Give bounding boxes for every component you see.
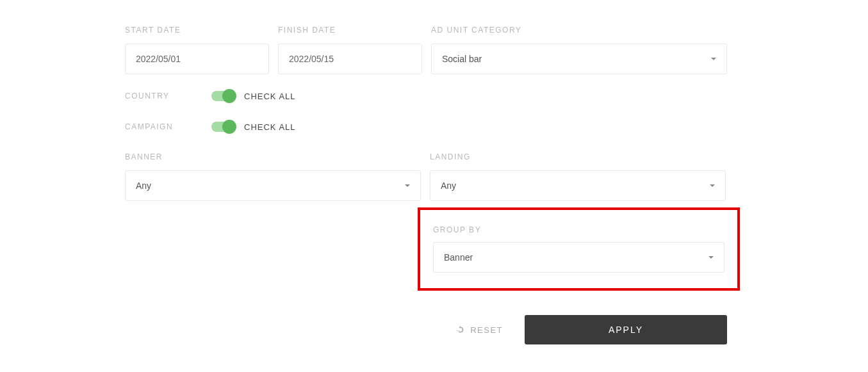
group-by-highlight: GROUP BY Banner: [418, 207, 740, 291]
banner-select[interactable]: Any: [125, 170, 421, 201]
ad-unit-category-value: Social bar: [442, 54, 482, 64]
country-toggle[interactable]: [211, 91, 235, 101]
chevron-down-icon: [711, 58, 716, 60]
ad-unit-category-label: AD UNIT CATEGORY: [431, 26, 727, 35]
country-label: COUNTRY: [125, 92, 173, 101]
ad-unit-category-select[interactable]: Social bar: [431, 44, 727, 74]
banner-value: Any: [136, 181, 151, 191]
country-check-all-label: CHECK ALL: [244, 92, 296, 101]
reset-icon: [456, 325, 465, 334]
reset-button-label: RESET: [470, 325, 503, 335]
landing-select[interactable]: Any: [430, 170, 726, 201]
start-date-label: START DATE: [125, 26, 269, 35]
finish-date-label: FINISH DATE: [278, 26, 422, 35]
start-date-input[interactable]: [125, 44, 269, 74]
chevron-down-icon: [405, 184, 410, 187]
chevron-down-icon: [708, 256, 714, 259]
group-by-value: Banner: [444, 252, 473, 263]
finish-date-input[interactable]: [278, 44, 422, 74]
campaign-toggle[interactable]: [211, 122, 235, 132]
campaign-check-all-label: CHECK ALL: [244, 122, 296, 132]
reset-button[interactable]: RESET: [456, 325, 503, 335]
group-by-select[interactable]: Banner: [433, 242, 725, 273]
apply-button-label: APPLY: [609, 325, 643, 335]
group-by-label: GROUP BY: [433, 225, 725, 234]
apply-button[interactable]: APPLY: [525, 315, 727, 344]
banner-label: BANNER: [125, 152, 421, 161]
chevron-down-icon: [710, 184, 715, 187]
landing-value: Any: [441, 181, 456, 191]
landing-label: LANDING: [430, 152, 726, 161]
campaign-label: CAMPAIGN: [125, 122, 173, 131]
